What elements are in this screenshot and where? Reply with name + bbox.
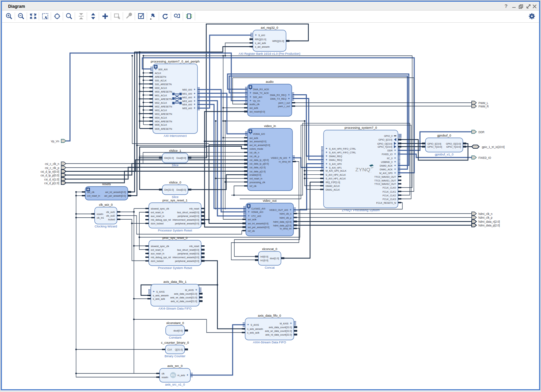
svg-text:video_in: video_in: [264, 124, 276, 128]
svg-text:axi_int_aresetn[0:0]: axi_int_aresetn[0:0]: [105, 191, 126, 194]
svg-text:CLK: CLK: [167, 348, 172, 351]
svg-text:+: +: [250, 88, 251, 91]
svg-text:Processor System Reset: Processor System Reset: [158, 266, 192, 270]
svg-text:+: +: [194, 88, 195, 91]
svg-text:+: +: [289, 156, 290, 160]
svg-text:M02_ARESETN: M02_ARESETN: [155, 105, 172, 108]
svg-text:M_AXIS: M_AXIS: [185, 289, 194, 292]
svg-text:+: +: [194, 99, 195, 103]
svg-text:processing_system7_0: processing_system7_0: [345, 126, 377, 129]
svg-text:+: +: [326, 162, 327, 166]
svg-text:S_AXI_HP0_ACLK: S_AXI_HP0_ACLK: [326, 173, 346, 176]
svg-text:csi_d_lp_n[0:0]: csi_d_lp_n[0:0]: [41, 170, 59, 173]
svg-text:s_axis_aresetn: s_axis_aresetn: [153, 294, 169, 297]
svg-text:resets: resets: [102, 182, 111, 186]
svg-text:M03_AXI: M03_AXI: [182, 100, 192, 103]
svg-text:interconnect_aresetn[0:0]: interconnect_aresetn[0:0]: [172, 218, 199, 221]
svg-text:S_AXI_HP1_FIFO_CTRL: S_AXI_HP1_FIFO_CTRL: [329, 151, 356, 154]
svg-text:M00_ARESETN: M00_ARESETN: [155, 90, 172, 93]
svg-text:csi_d_lp_p[0:0]: csi_d_lp_p[0:0]: [41, 174, 59, 177]
svg-text:axi_int_aresetn[0:0]: axi_int_aresetn[0:0]: [250, 144, 270, 147]
svg-text:csi_data_lp_p[0:0]: csi_data_lp_p[0:0]: [250, 162, 269, 165]
svg-text:GPIO_T[23:0]: GPIO_T[23:0]: [378, 145, 392, 148]
svg-text:+: +: [394, 152, 396, 156]
svg-text:resetn: resetn: [97, 213, 103, 216]
svg-text:processing_clk: processing_clk: [250, 181, 265, 184]
svg-text:clk: clk: [162, 372, 165, 375]
svg-text:M05_ARESETN: M05_ARESETN: [155, 127, 172, 130]
svg-text:GPIO_O[23:0]: GPIO_O[23:0]: [377, 142, 392, 145]
svg-text:GPIO_I[23:0]: GPIO_I[23:0]: [427, 142, 441, 145]
svg-text:M00_AXI: M00_AXI: [182, 88, 192, 91]
svg-text:DMA1_ACLK: DMA1_ACLK: [326, 188, 340, 191]
svg-text:+: +: [187, 373, 188, 377]
svg-text:ext_reset_in: ext_reset_in: [151, 211, 164, 214]
svg-text:Processor System Reset: Processor System Reset: [158, 229, 192, 232]
svg-text:xlslice_1: xlslice_1: [169, 149, 181, 152]
svg-text:VDMA_AXI: VDMA_AXI: [253, 132, 265, 136]
svg-text:+: +: [153, 290, 155, 293]
svg-text:csi_c_clk_n: csi_c_clk_n: [45, 163, 60, 166]
svg-text:c_counter_binary_0: c_counter_binary_0: [161, 341, 189, 344]
svg-text:S_AXI_HP1_ACLK: S_AXI_HP1_ACLK: [326, 177, 346, 180]
svg-text:M04_ARESETN: M04_ARESETN: [155, 120, 172, 123]
svg-text:axi_aclk: axi_aclk: [250, 137, 258, 140]
svg-text:mb_debug_sys_rst: mb_debug_sys_rst: [151, 218, 171, 221]
svg-text:GPIO_T[23:0]: GPIO_T[23:0]: [427, 145, 442, 148]
svg-text:S_AXIS: S_AXIS: [251, 323, 259, 326]
svg-text:axi_per_aresetn[0:0]: axi_per_aresetn[0:0]: [104, 194, 126, 197]
svg-text:M03_ARESETN: M03_ARESETN: [155, 113, 172, 116]
svg-text:processing_system7_0_axi_perip: processing_system7_0_axi_periph: [151, 59, 199, 63]
svg-text:DMA_RX_ACK: DMA_RX_ACK: [253, 88, 269, 91]
svg-text:proc_sys_reset_1: proc_sys_reset_1: [163, 198, 188, 202]
svg-text:AXI Register Bank 16/16 v1.0 (: AXI Register Bank 16/16 v1.0 (Pre-Produc…: [239, 52, 300, 55]
svg-text:bus_struct_reset[0:0]: bus_struct_reset[0:0]: [177, 211, 199, 214]
svg-text:gpio_1_tri_io[23:0]: gpio_1_tri_io[23:0]: [482, 146, 504, 149]
svg-text:axis_data_count[31:0]: axis_data_count[31:0]: [269, 326, 292, 329]
svg-text:M_AXI_GP0: M_AXI_GP0: [379, 172, 393, 175]
svg-text:DMA_TX_ACK: DMA_TX_ACK: [253, 92, 269, 95]
svg-text:+: +: [195, 288, 197, 292]
svg-text:S_AXI_HP0_FIFO_CTRL: S_AXI_HP0_FIFO_CTRL: [329, 147, 356, 150]
svg-text:PWM_R: PWM_R: [478, 105, 489, 108]
svg-text:dcm_locked: dcm_locked: [151, 222, 163, 225]
svg-text:Binary Counter: Binary Counter: [165, 354, 185, 358]
svg-text:+: +: [326, 166, 327, 169]
svg-text:Vp_Vn: Vp_Vn: [51, 140, 59, 143]
svg-text:AXI4-Stream Data FIFO: AXI4-Stream Data FIFO: [158, 307, 191, 310]
svg-text:ext_reset_in: ext_reset_in: [87, 194, 100, 197]
svg-text:+: +: [288, 97, 290, 100]
svg-text:dout[0:0]: dout[0:0]: [173, 329, 183, 332]
svg-text:M03_ACLK: M03_ACLK: [155, 109, 167, 112]
svg-text:Diagram: Diagram: [8, 4, 25, 9]
svg-text:S00_ARESETN: S00_ARESETN: [155, 83, 172, 86]
svg-text:ARESETN: ARESETN: [155, 75, 166, 78]
svg-text:Clocking Wizard: Clocking Wizard: [95, 225, 117, 228]
svg-text:peripheral_reset[0:0]: peripheral_reset[0:0]: [178, 252, 199, 255]
svg-text:ext_reset_in: ext_reset_in: [151, 248, 164, 251]
svg-text:csi_data_p[1:0]: csi_data_p[1:0]: [250, 170, 265, 173]
svg-text:+: +: [255, 33, 257, 37]
svg-text:+: +: [155, 68, 157, 71]
svg-text:Constant: Constant: [169, 336, 182, 339]
svg-text:M_AXI_GP0_ACLK: M_AXI_GP0_ACLK: [326, 169, 347, 172]
svg-text:peripheral_aresetn[0:0]: peripheral_aresetn[0:0]: [175, 260, 199, 263]
svg-text:xlconcat_0: xlconcat_0: [262, 247, 277, 251]
svg-text:+: +: [394, 164, 396, 167]
svg-text:clk_in1: clk_in1: [97, 216, 104, 219]
svg-text:hdmi_data_n[2:0]: hdmi_data_n[2:0]: [478, 220, 500, 223]
svg-text:VIDEO_IN_AXI: VIDEO_IN_AXI: [271, 156, 287, 160]
svg-text:axi_aclk: axi_aclk: [250, 106, 258, 109]
svg-text:+: +: [248, 210, 250, 214]
svg-text:+: +: [394, 156, 396, 160]
svg-text:VTC_AXI: VTC_AXI: [251, 215, 261, 218]
svg-text:+: +: [250, 99, 251, 102]
svg-text:VIDEO_OUT_AXI: VIDEO_OUT_AXI: [269, 209, 288, 212]
svg-text:TTC0_WAVE2_OUT: TTC0_WAVE2_OUT: [374, 182, 396, 186]
svg-text:s_axis_aresetn: s_axis_aresetn: [247, 327, 263, 330]
svg-text:+: +: [194, 92, 195, 95]
svg-text:FCLK_RESET0_N: FCLK_RESET0_N: [376, 201, 396, 204]
svg-text:ref_clk: ref_clk: [250, 185, 257, 188]
svg-text:csi_clk_n: csi_clk_n: [250, 151, 259, 154]
svg-text:axis_wr_data_count[31:0]: axis_wr_data_count[31:0]: [170, 296, 197, 299]
